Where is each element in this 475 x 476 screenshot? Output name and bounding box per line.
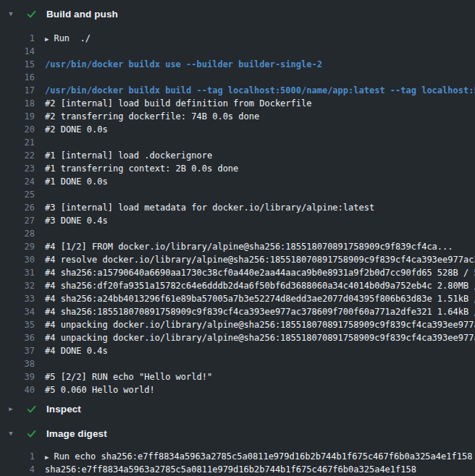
log-line: 15 /usr/bin/docker buildx use --builder … <box>0 58 475 71</box>
log-line: 1 ▶Run ./ <box>0 32 475 45</box>
line-text: #3 DONE 0.4s <box>45 216 108 226</box>
line-number[interactable]: 21 <box>0 136 35 149</box>
log-line: 18 #2 [internal] load build definition f… <box>0 97 475 110</box>
line-content: #4 sha256:df20fa9351a15782c64e6dddb2d4a6… <box>35 279 475 292</box>
log-line: 31 #4 sha256:a15790640a6690aa1730c38cf0a… <box>0 266 475 279</box>
log-line: 20 #2 DONE 0.0s <box>0 123 475 136</box>
expand-group-icon[interactable]: ▶ <box>45 35 49 43</box>
step-body: 1 ▶Run ./ 14 Using builder instance buil… <box>0 26 475 396</box>
line-text: #4 sha256:df20fa9351a15782c64e6dddb2d4a6… <box>45 281 475 291</box>
line-content: ▶Run echo sha256:e7ff8834a5963a2785c5a08… <box>35 450 475 463</box>
line-content: #5 [2/2] RUN echo "Hello world!" <box>35 370 475 383</box>
line-content <box>35 136 475 149</box>
step-header[interactable]: ▼ Build and push <box>0 1 475 26</box>
line-number[interactable]: 4 <box>0 463 35 476</box>
line-number[interactable]: 26 <box>0 201 35 214</box>
line-content: Starting build... <box>35 71 475 84</box>
line-text: /usr/bin/docker buildx use --builder bui… <box>45 59 322 69</box>
line-text: #4 sha256:185518070891758909c9f839cf4ca3… <box>45 307 475 317</box>
line-content: #5 0.060 Hello world! <box>35 383 475 396</box>
line-text: Run echo sha256:e7ff8834a5963a2785c5a081… <box>54 451 472 462</box>
line-number[interactable]: 15 <box>0 58 35 71</box>
line-number[interactable]: 37 <box>0 344 35 357</box>
chevron-right-icon[interactable]: ▶ <box>6 406 16 412</box>
line-number[interactable]: 33 <box>0 292 35 305</box>
step-title: Image digest <box>46 428 107 439</box>
line-text: sha256:e7ff8834a5963a2785c5a0811e979d16b… <box>45 464 416 475</box>
log-line: 38 <box>0 357 475 370</box>
line-number[interactable]: 24 <box>0 175 35 188</box>
chevron-down-icon[interactable]: ▼ <box>6 11 16 17</box>
line-number[interactable]: 29 <box>0 240 35 253</box>
log-line: 4 sha256:e7ff8834a5963a2785c5a0811e979d1… <box>0 463 475 476</box>
log-line: 34 #4 sha256:185518070891758909c9f839cf4… <box>0 305 475 318</box>
line-text: #4 unpacking docker.io/library/alpine@sh… <box>45 320 475 330</box>
line-number[interactable]: 19 <box>0 110 35 123</box>
line-number[interactable]: 20 <box>0 123 35 136</box>
line-content: #4 unpacking docker.io/library/alpine@sh… <box>35 318 475 331</box>
line-number[interactable]: 36 <box>0 331 35 344</box>
actions-log-viewer: ▼ Build and push 1 ▶Run ./ 14 Using buil… <box>0 0 475 476</box>
line-number[interactable]: 34 <box>0 305 35 318</box>
line-number[interactable]: 30 <box>0 253 35 266</box>
log-line: 27 #3 DONE 0.4s <box>0 214 475 227</box>
line-text: #2 [internal] load build definition from… <box>45 98 311 109</box>
line-content: #4 resolve docker.io/library/alpine@sha2… <box>35 253 475 266</box>
line-number[interactable]: 28 <box>0 227 35 240</box>
line-number[interactable]: 27 <box>0 214 35 227</box>
expand-group-icon[interactable]: ▶ <box>45 454 49 461</box>
line-text: #4 sha256:a24bb4013296f61e89ba57005a7b3e… <box>45 294 475 304</box>
line-content: #4 sha256:185518070891758909c9f839cf4ca3… <box>35 305 475 318</box>
check-icon <box>26 9 37 20</box>
line-number[interactable]: 39 <box>0 370 35 383</box>
line-number[interactable]: 1 <box>0 32 35 45</box>
step-title: Build and push <box>46 9 118 20</box>
line-content: /usr/bin/docker buildx build --tag local… <box>35 84 475 97</box>
log-line: 24 #1 DONE 0.0s <box>0 175 475 188</box>
line-content: ▶Run ./ <box>35 32 475 45</box>
step-header[interactable]: ▶ Inspect <box>0 396 475 421</box>
line-text: #2 transferring dockerfile: 74B 0.0s don… <box>45 111 259 122</box>
line-number[interactable]: 32 <box>0 279 35 292</box>
log-line: 14 Using builder instance builder-single… <box>0 45 475 58</box>
line-number[interactable]: 16 <box>0 71 35 84</box>
chevron-down-icon[interactable]: ▼ <box>6 430 16 437</box>
log-line: 17 /usr/bin/docker buildx build --tag lo… <box>0 84 475 97</box>
line-text: #4 sha256:a15790640a6690aa1730c38cf0a440… <box>45 268 475 278</box>
step-body: 1 ▶Run echo sha256:e7ff8834a5963a2785c5a… <box>0 446 475 476</box>
log-line: 32 #4 sha256:df20fa9351a15782c64e6dddb2d… <box>0 279 475 292</box>
line-content: #3 [internal] load metadata for docker.i… <box>35 201 475 214</box>
line-number[interactable]: 1 <box>0 450 35 463</box>
line-number[interactable]: 31 <box>0 266 35 279</box>
line-number[interactable]: 38 <box>0 357 35 370</box>
line-content: #1 transferring context: 2B 0.0s done <box>35 162 475 175</box>
log-line: 30 #4 resolve docker.io/library/alpine@s… <box>0 253 475 266</box>
line-text: #1 DONE 0.0s <box>45 177 108 187</box>
line-text: #3 [internal] load metadata for docker.i… <box>45 203 374 213</box>
step-header[interactable]: ▼ Image digest <box>0 421 475 446</box>
log-line: 21 <box>0 136 475 149</box>
line-number[interactable]: 23 <box>0 162 35 175</box>
line-content: /usr/bin/docker buildx use --builder bui… <box>35 58 475 71</box>
line-number[interactable]: 40 <box>0 383 35 396</box>
line-number[interactable]: 17 <box>0 84 35 97</box>
log-line: 25 <box>0 188 475 201</box>
log-line: 16 Starting build... <box>0 71 475 84</box>
line-number[interactable]: 25 <box>0 188 35 201</box>
check-icon <box>26 404 37 415</box>
log-line: 28 <box>0 227 475 240</box>
line-content: sha256:e7ff8834a5963a2785c5a0811e979d16b… <box>35 463 475 476</box>
line-content: #3 DONE 0.4s <box>35 214 475 227</box>
line-number[interactable]: 14 <box>0 45 35 58</box>
line-number[interactable]: 35 <box>0 318 35 331</box>
line-content: #2 [internal] load build definition from… <box>35 97 475 110</box>
line-content: Using builder instance builder-single-2 <box>35 45 475 58</box>
line-text: #4 unpacking docker.io/library/alpine@sh… <box>45 333 475 343</box>
log-line: 40 #5 0.060 Hello world! <box>0 383 475 396</box>
line-number[interactable]: 18 <box>0 97 35 110</box>
log-step: ▶ Inspect <box>0 396 475 421</box>
line-number[interactable]: 22 <box>0 149 35 162</box>
line-text: #4 [1/2] FROM docker.io/library/alpine@s… <box>45 242 453 252</box>
line-text: #4 resolve docker.io/library/alpine@sha2… <box>45 255 475 265</box>
line-text: #1 transferring context: 2B 0.0s done <box>45 163 238 174</box>
